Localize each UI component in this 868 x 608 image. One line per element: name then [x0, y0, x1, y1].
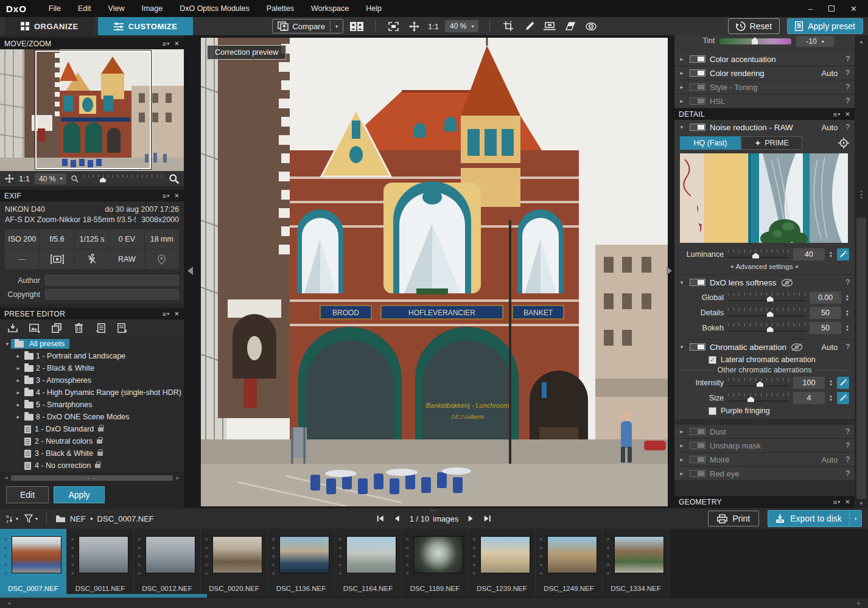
tree-item-dxo-standard[interactable]: 1 - DxO Standard — [0, 423, 184, 435]
help-button[interactable]: ? — [845, 278, 850, 287]
panel-menu-icon[interactable]: ≡▾ — [163, 192, 170, 200]
horizon-tool-button[interactable] — [542, 19, 557, 33]
panel-close-icon[interactable]: ✕ — [174, 310, 180, 317]
create-preset-from-image-button[interactable] — [28, 322, 41, 334]
tree-item-hdr[interactable]: ► 4 - High Dynamic Range (single-shot HD… — [0, 386, 184, 399]
print-button[interactable]: Print — [708, 511, 759, 526]
duplicate-preset-button[interactable] — [50, 322, 63, 334]
zoom-out-icon[interactable] — [71, 175, 79, 183]
thumbnail-image[interactable] — [213, 537, 262, 573]
panel-menu-icon[interactable]: ≡▾ — [163, 40, 170, 47]
expander-right-icon[interactable]: ► — [679, 99, 685, 104]
collapse-right-panel-arrow[interactable] — [667, 267, 672, 275]
module-toggle[interactable] — [690, 69, 705, 77]
module-toggle[interactable] — [690, 428, 705, 435]
stepper-arrows[interactable]: ▲▼ — [829, 394, 833, 402]
expander-right-icon[interactable]: ► — [15, 366, 22, 371]
stepper-arrows[interactable]: ▲▼ — [845, 324, 849, 332]
module-dust[interactable]: ► Dust ? — [674, 425, 855, 439]
move-cross-icon[interactable] — [5, 174, 14, 183]
next-image-button[interactable] — [468, 515, 474, 522]
star-rating[interactable]: ★★★★★ — [538, 536, 544, 579]
thumbnail-image[interactable] — [79, 537, 128, 573]
module-toggle[interactable] — [690, 124, 705, 131]
filmstrip-item[interactable]: ★★★★★ DSC_0020.NEF — [201, 529, 268, 597]
delete-preset-button[interactable] — [72, 322, 85, 334]
pick-noise-area-button[interactable] — [838, 138, 849, 149]
expander-right-icon[interactable]: ► — [15, 378, 22, 383]
panel-close-icon[interactable]: ✕ — [174, 192, 180, 199]
scroll-up-arrow[interactable]: ▲ — [855, 39, 868, 44]
dust-tool-button[interactable] — [563, 19, 578, 33]
tree-item-black-white-folder[interactable]: ► 2 - Black & White — [0, 362, 184, 374]
scroll-down-arrow[interactable]: ▼ — [855, 501, 868, 506]
right-panel-scrollbar[interactable]: ▲ ••• ▼ — [855, 35, 868, 508]
help-button[interactable]: ? — [845, 469, 850, 478]
red-eye-tool-button[interactable] — [584, 19, 598, 33]
luminance-value[interactable]: 40 — [793, 248, 825, 260]
module-red-eye[interactable]: ► Red eye ? — [674, 467, 855, 481]
thumbnail-image[interactable] — [146, 537, 195, 573]
panel-menu-icon[interactable]: ≡▾ — [833, 111, 841, 118]
noise-preview-image[interactable] — [680, 153, 848, 243]
zoom-level-select[interactable]: 40 % ▾ — [445, 20, 478, 32]
expander-down-icon[interactable]: ▼ — [679, 125, 685, 130]
scroll-right-arrow[interactable]: ► — [175, 475, 180, 481]
luminance-slider[interactable] — [728, 250, 789, 259]
menu-workspace[interactable]: Workspace — [303, 0, 357, 17]
filmstrip-item[interactable]: ★★★★★ DSC_1136.NEF — [268, 529, 335, 597]
expander-down-icon[interactable]: ▼ — [4, 341, 11, 347]
expander-right-icon[interactable]: ► — [15, 414, 22, 420]
help-button[interactable]: ? — [845, 455, 850, 464]
magic-wand-button[interactable] — [837, 392, 849, 404]
global-slider[interactable] — [728, 293, 805, 302]
author-field[interactable] — [45, 275, 179, 285]
first-image-button[interactable] — [377, 515, 384, 522]
module-toggle[interactable] — [690, 343, 705, 351]
tree-item-no-correction[interactable]: 4 - No correction — [0, 459, 184, 472]
compare-dropdown-caret[interactable]: ▾ — [335, 24, 338, 29]
menu-file[interactable]: File — [40, 0, 69, 17]
menu-dxo-optics-modules[interactable]: DxO Optics Modules — [171, 0, 258, 17]
star-rating[interactable]: ★★★★★ — [605, 536, 611, 579]
panel-menu-icon[interactable]: ≡▾ — [163, 310, 170, 318]
magic-wand-button[interactable] — [837, 248, 849, 260]
tab-customize[interactable]: CUSTOMIZE — [98, 17, 194, 35]
help-button[interactable]: ? — [845, 55, 850, 63]
thumbnail-image[interactable] — [615, 537, 663, 573]
sort-button[interactable]: az ▾ — [6, 514, 18, 523]
last-image-button[interactable] — [484, 515, 491, 522]
tree-item-all-presets[interactable]: ▼ All presets — [0, 338, 184, 350]
tree-item-black-white-preset[interactable]: 3 - Black & White — [0, 447, 184, 459]
intensity-slider[interactable] — [728, 378, 789, 388]
reset-button[interactable]: Reset — [728, 18, 780, 34]
details-slider[interactable] — [728, 308, 805, 318]
stepper-arrows[interactable]: ▲▼ — [845, 294, 849, 301]
preset-apply-button[interactable]: Apply — [54, 486, 105, 503]
module-style-toning[interactable]: ► Style - Toning ? — [674, 80, 855, 94]
help-button[interactable]: ? — [845, 427, 850, 436]
thumbnail-image[interactable] — [548, 537, 597, 573]
tree-item-atmospheres[interactable]: ► 3 - Atmospheres — [0, 374, 184, 386]
star-rating[interactable]: ★★★★★ — [2, 536, 9, 579]
star-rating[interactable]: ★★★★★ — [337, 536, 343, 579]
help-button[interactable]: ? — [845, 123, 850, 131]
move-zoom-navigator[interactable] — [0, 49, 184, 171]
navigator-crop-rect[interactable] — [35, 51, 151, 169]
filmstrip-item[interactable]: ★★★★★ DSC_0007.NEF — [0, 529, 67, 597]
help-button[interactable]: ? — [845, 97, 850, 105]
stepper-arrows[interactable]: ▲▼ — [845, 309, 849, 316]
expander-right-icon[interactable]: ► — [679, 57, 685, 62]
filmstrip-item[interactable]: ★★★★★ DSC_1164.NEF — [335, 529, 402, 597]
navigator-1to1-button[interactable]: 1:1 — [19, 174, 30, 183]
module-moire[interactable]: ► Moiré Auto ? — [674, 453, 855, 467]
purple-fringing-checkbox[interactable]: ✓ — [709, 407, 716, 415]
new-partial-preset-button[interactable] — [94, 322, 107, 334]
menu-view[interactable]: View — [100, 0, 133, 17]
module-toggle[interactable] — [690, 97, 705, 105]
advanced-settings-link[interactable]: + Advanced settings + — [674, 262, 855, 274]
help-button[interactable]: ? — [845, 343, 850, 351]
help-button[interactable]: ? — [845, 69, 850, 77]
crop-tool-button[interactable] — [501, 19, 516, 33]
current-folder[interactable]: NEF — [70, 514, 86, 523]
